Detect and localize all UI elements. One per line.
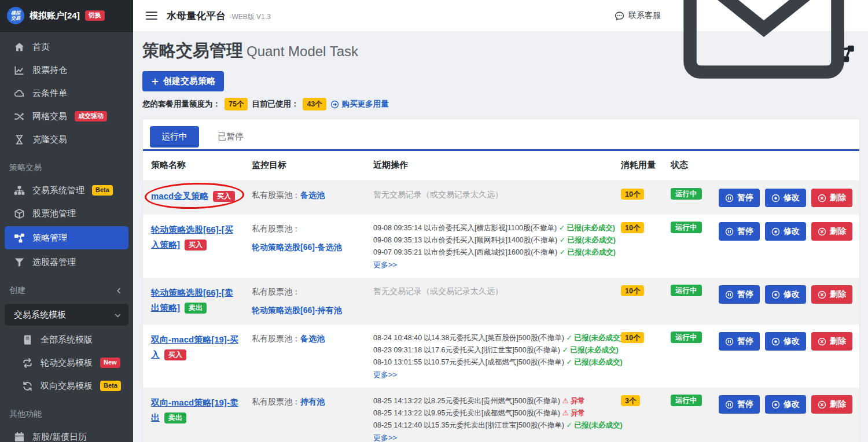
op-result: ✓ 已报(未必成交) xyxy=(560,248,616,256)
sidebar-nav-top: 首页股票持仓云条件单网格交易成交驱动克隆交易 xyxy=(0,32,133,151)
delete-button[interactable]: 删除 xyxy=(811,332,852,351)
section-other: 其他功能 xyxy=(0,397,133,425)
edit-button[interactable]: 修改 xyxy=(765,285,806,304)
sidebar-item-grid-trading[interactable]: 网格交易成交驱动 xyxy=(0,105,133,128)
more-link[interactable]: 更多>> xyxy=(373,433,397,442)
sidebar-item-stock-picker-mgmt[interactable]: 选股器管理 xyxy=(0,251,133,274)
op-line: 09-08 09:35:14 以市价委托买入[横店影视]1100股(不撤单) ✓… xyxy=(373,222,609,234)
buy-more-link[interactable]: 购买更多用量 xyxy=(330,99,389,109)
sidebar-item-home[interactable]: 首页 xyxy=(0,35,133,58)
sidebar-item-label: 双向交易模板 xyxy=(41,381,93,392)
create-strategy-button[interactable]: 创建交易策略 xyxy=(142,71,224,91)
recent-ops-cell: 08-25 14:13:22 以8.25元委托卖出[贵州燃气]500股(不撤单)… xyxy=(367,388,615,442)
monitor-cell: 私有股票池：持有池 xyxy=(246,388,367,442)
button-label: 修改 xyxy=(784,289,800,300)
switch-account-badge[interactable]: 切换 xyxy=(85,10,105,21)
tab-running[interactable]: 运行中 xyxy=(150,126,199,148)
sidebar-item-all-templates[interactable]: 全部系统模版 xyxy=(0,328,133,351)
account-bar[interactable]: 模拟 交易 模拟账户[24] 切换 xyxy=(0,0,133,32)
pause-button[interactable]: 暂停 xyxy=(719,285,760,304)
sidebar-item-label: 选股器管理 xyxy=(32,257,76,268)
sidebar-item-cloud-orders[interactable]: 云条件单 xyxy=(0,82,133,105)
pool-link[interactable]: 持有池 xyxy=(300,397,325,406)
sidebar-item-clone-trading[interactable]: 克隆交易 xyxy=(0,128,133,151)
op-line: 08-23 09:31:18 以17.6元委托买入[浙江世宝]500股(不撤单)… xyxy=(373,344,609,356)
table-row: 轮动策略选股[66]-[买入策略] 买入私有股票池：轮动策略选股[66]-备选池… xyxy=(143,215,859,278)
button-label: 修改 xyxy=(784,193,800,203)
chart-line-icon xyxy=(14,65,25,76)
edit-button[interactable]: 修改 xyxy=(765,222,806,241)
app-subtitle: -WEB版 V1.3 xyxy=(229,13,270,21)
filter-icon xyxy=(14,257,25,268)
contact-support-link[interactable]: 联系客服 xyxy=(614,10,661,21)
usage-badge: 10个 xyxy=(621,285,644,296)
strategy-name-cell: 双向-macd策略[19]-买入 买入 xyxy=(143,325,246,388)
row-actions: 暂停修改删除 xyxy=(739,332,854,351)
monitor-cell: 私有股票池：轮动策略选股[66]-备选池 xyxy=(246,215,367,278)
sidebar-nav-templates: 全部系统模版轮动交易模板New双向交易模板Beta xyxy=(0,328,133,397)
app-logo-icon: 模拟 交易 xyxy=(7,7,24,24)
pause-button[interactable]: 暂停 xyxy=(719,395,760,414)
button-label: 暂停 xyxy=(737,193,753,203)
monitor-cell: 私有股票池：备选池 xyxy=(246,325,367,388)
sidebar-item-label: 股票持仓 xyxy=(32,65,67,76)
more-link[interactable]: 更多>> xyxy=(373,260,397,270)
repeat-icon xyxy=(22,358,33,369)
tab-paused[interactable]: 已暂停 xyxy=(206,126,255,148)
sidebar-item-strategy-mgmt[interactable]: 策略管理 xyxy=(5,226,128,249)
pool-prefix: 私有股票池： xyxy=(252,287,300,296)
dot-circle-icon xyxy=(771,337,780,346)
sidebar-item-label: 策略管理 xyxy=(32,233,67,244)
pool-link[interactable]: 备选池 xyxy=(300,334,325,343)
x-circle-icon xyxy=(818,400,826,409)
delete-button[interactable]: 删除 xyxy=(811,189,852,207)
delete-button[interactable]: 删除 xyxy=(811,285,852,304)
pool-link[interactable]: 轮动策略选股[66]-备选池 xyxy=(252,241,362,254)
pool-link[interactable]: 备选池 xyxy=(300,190,325,200)
x-circle-icon xyxy=(818,337,826,346)
edit-button[interactable]: 修改 xyxy=(765,395,806,414)
status-badge: 运行中 xyxy=(671,188,702,200)
op-text: 09-07 09:35:21 以市价委托买入[西藏城投]1600股(不撤单) xyxy=(373,248,560,256)
table-body: macd金叉策略 买入私有股票池：备选池暂无交易记录（或交易记录太久远）10个运… xyxy=(143,181,859,442)
strategy-name-wrap: macd金叉策略 买入 xyxy=(151,189,235,204)
sidebar-item-ipo-calendar[interactable]: 新股/新债日历 xyxy=(0,425,133,442)
side-badge: 卖出 xyxy=(185,303,207,314)
button-label: 修改 xyxy=(784,336,800,347)
sidebar-item-two-way-template[interactable]: 双向交易模板Beta xyxy=(0,374,133,397)
pause-circle-icon xyxy=(725,337,734,346)
quota-total-badge: 75个 xyxy=(225,98,248,110)
delete-button[interactable]: 删除 xyxy=(811,395,852,414)
col-usage: 消耗用量 xyxy=(615,151,665,181)
pool-prefix: 私有股票池： xyxy=(252,397,300,406)
account-name: 模拟账户[24] xyxy=(30,10,80,21)
contact-support-label: 联系客服 xyxy=(628,10,661,21)
delete-button[interactable]: 删除 xyxy=(811,222,852,241)
sidebar-item-rotation-template[interactable]: 轮动交易模板New xyxy=(0,351,133,374)
button-label: 暂停 xyxy=(737,226,753,237)
button-label: 暂停 xyxy=(737,289,753,300)
pause-button[interactable]: 暂停 xyxy=(719,189,760,207)
pause-button[interactable]: 暂停 xyxy=(719,222,760,241)
sidebar-group-templates[interactable]: 交易系统模板 xyxy=(5,304,128,326)
sitemap-icon xyxy=(14,185,25,196)
more-link[interactable]: 更多>> xyxy=(373,370,397,380)
hamburger-menu-icon[interactable] xyxy=(146,12,157,20)
sidebar-item-stock-positions[interactable]: 股票持仓 xyxy=(0,58,133,82)
sidebar-item-stock-pool-mgmt[interactable]: 股票池管理 xyxy=(0,202,133,225)
sidebar-item-trade-system-mgmt[interactable]: 交易系统管理Beta xyxy=(0,179,133,202)
status-badge: 运行中 xyxy=(671,222,702,233)
edit-button[interactable]: 修改 xyxy=(765,332,806,351)
row-actions: 暂停修改删除 xyxy=(739,285,854,304)
pause-button[interactable]: 暂停 xyxy=(719,332,760,351)
mail-button[interactable]: 65 xyxy=(677,0,851,102)
main-area: 水母量化平台 -WEB版 V1.3 联系客服 65 策略交易管理Quant Mo… xyxy=(133,0,868,442)
strategy-name-link[interactable]: macd金叉策略 xyxy=(151,191,208,201)
edit-button[interactable]: 修改 xyxy=(765,189,806,207)
sidebar-group-create[interactable]: 创建 xyxy=(0,274,133,301)
app-root: 模拟 交易 模拟账户[24] 切换 首页股票持仓云条件单网格交易成交驱动克隆交易… xyxy=(0,0,868,442)
side-badge: 买入 xyxy=(213,191,235,202)
pool-link[interactable]: 轮动策略选股[66]-持有池 xyxy=(252,304,362,317)
op-line: 09-07 09:35:21 以市价委托买入[西藏城投]1600股(不撤单) ✓… xyxy=(373,246,609,259)
actions-cell: 暂停修改删除 xyxy=(733,181,859,215)
